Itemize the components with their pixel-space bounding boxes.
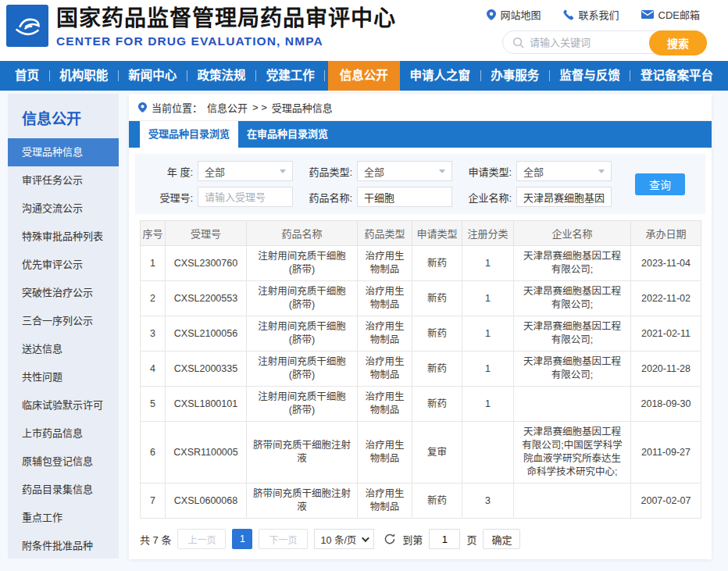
accept-no-label: 受理号: — [145, 190, 193, 205]
cell-apply-type: 新药 — [412, 316, 462, 352]
contact-link[interactable]: 联系我们 — [563, 7, 619, 22]
page-size-value: 10 条/页 — [321, 532, 357, 547]
table-header-row: 序号 受理号 药品名称 药品类型 申请类型 注册分类 企业名称 承办日期 — [141, 221, 701, 246]
col-header-drug-type: 药品类型 — [358, 221, 412, 246]
chevron-down-icon — [598, 170, 605, 173]
cell-accept-no: CXSL0600068 — [166, 484, 247, 519]
drug-name-input[interactable] — [357, 187, 452, 207]
breadcrumb-current[interactable]: 受理品种信息 — [272, 100, 333, 115]
cell-apply-type: 新药 — [412, 484, 462, 519]
prev-page-button[interactable]: 上一页 — [177, 529, 226, 549]
cell-index: 3 — [141, 316, 166, 352]
sidebar-item-clinical-trial-approval[interactable]: 临床试验默示许可 — [8, 391, 119, 419]
sidebar-item-key-work[interactable]: 重点工作 — [8, 504, 119, 532]
nav-functions[interactable]: 机构职能 — [52, 61, 115, 91]
cell-drug-name: 脐带间充质干细胞注射液 — [247, 484, 358, 519]
cell-drug-type: 治疗用生物制品 — [358, 484, 412, 519]
cell-date: 2011-09-27 — [631, 422, 701, 484]
chevron-down-icon — [439, 170, 445, 173]
cell-apply-type: 新药 — [412, 246, 462, 281]
cell-accept-no: CXSL2300760 — [166, 246, 247, 281]
nav-divider — [324, 70, 325, 81]
cell-drug-type: 治疗用生物制品 — [358, 246, 412, 281]
cde-logo[interactable] — [6, 5, 48, 47]
drug-type-select[interactable]: 全部 — [357, 161, 452, 181]
nav-services[interactable]: 办事服务 — [484, 61, 546, 91]
table-row: 2 CXSL2200553 注射用间充质干细胞(脐带) 治疗用生物制品 新药 1… — [141, 281, 701, 316]
cell-date: 2018-09-30 — [631, 387, 701, 422]
nav-divider — [118, 70, 119, 81]
sidebar-item-communication[interactable]: 沟通交流公示 — [8, 194, 119, 223]
filter-year: 年 度: 全部 — [145, 161, 293, 181]
goto-label: 到第 — [402, 532, 423, 547]
nav-policies[interactable]: 政策法规 — [191, 61, 253, 91]
sitemap-label: 网站地图 — [501, 7, 541, 22]
nav-divider — [49, 70, 50, 81]
page: 国家药品监督管理局药品审评中心 CENTER FOR DRUG EVALUATI… — [0, 0, 728, 571]
goto-page-input[interactable] — [429, 529, 460, 549]
sidebar-item-drug-catalog[interactable]: 药品目录集信息 — [8, 476, 119, 504]
sidebar-item-conditional-approval[interactable]: 附条件批准品种 — [8, 532, 119, 560]
sidebar-item-common-issues[interactable]: 共性问题 — [8, 363, 119, 391]
drug-type-label: 药品类型: — [304, 164, 352, 179]
breadcrumb-section[interactable]: 信息公开 — [207, 100, 248, 115]
page-number-1[interactable]: 1 — [232, 529, 252, 549]
cell-drug-name: 注射用间充质干细胞(脐带) — [247, 387, 358, 422]
confirm-button[interactable]: 确定 — [483, 529, 520, 549]
content-area: 信息公开 受理品种信息 审评任务公示 沟通交流公示 特殊审批品种列表 优先审评公… — [0, 91, 728, 571]
mailbox-link[interactable]: CDE邮箱 — [641, 7, 700, 22]
sidebar-item-breakthrough-therapy[interactable]: 突破性治疗公示 — [8, 279, 119, 307]
nav-home[interactable]: 首页 — [8, 61, 46, 91]
accept-no-input[interactable] — [198, 187, 293, 207]
cell-reg-class: 1 — [462, 281, 514, 316]
nav-supervision[interactable]: 监督与反馈 — [552, 61, 627, 91]
query-button[interactable]: 查询 — [635, 173, 685, 195]
sidebar-item-priority-review[interactable]: 优先审评公示 — [8, 251, 119, 279]
nav-applicant-window[interactable]: 申请人之窗 — [402, 61, 477, 91]
company-input[interactable] — [516, 187, 612, 207]
refresh-button[interactable] — [384, 533, 396, 545]
sidebar-item-excipient-registration[interactable]: 原辅包登记信息 — [8, 448, 119, 476]
mail-icon — [641, 9, 654, 20]
nav-party[interactable]: 党建工作 — [259, 61, 322, 91]
cell-index: 4 — [141, 352, 166, 387]
search-button[interactable]: 搜索 — [649, 30, 707, 55]
cell-company: 天津昂赛细胞基因工程有限公司; — [514, 281, 631, 316]
breadcrumb-label: 当前位置： — [152, 100, 202, 115]
col-header-date: 承办日期 — [631, 221, 701, 246]
filter-row-1: 年 度: 全部 药品类型: 全部 — [145, 161, 624, 181]
tab-under-review-catalog[interactable]: 在审品种目录浏览 — [238, 121, 337, 148]
sidebar-title: 信息公开 — [8, 94, 119, 138]
nav-registration-platform[interactable]: 登记备案平台 — [633, 61, 720, 91]
cell-drug-type: 治疗用生物制品 — [358, 387, 412, 422]
table-row: 7 CXSL0600068 脐带间充质干细胞注射液 治疗用生物制品 新药 3 2… — [141, 484, 701, 519]
sidebar-item-accepted-varieties[interactable]: 受理品种信息 — [8, 138, 119, 166]
apply-type-select[interactable]: 全部 — [516, 161, 612, 181]
nav-info-disclosure[interactable]: 信息公开 — [328, 61, 400, 91]
cell-company — [514, 387, 631, 422]
breadcrumb-separator: > > — [252, 102, 267, 113]
chevron-down-icon — [280, 170, 286, 173]
site-header: 国家药品监督管理局药品审评中心 CENTER FOR DRUG EVALUATI… — [0, 0, 728, 61]
cell-reg-class — [462, 422, 514, 484]
next-page-button[interactable]: 下一页 — [259, 529, 307, 549]
sidebar-item-marketed-drugs[interactable]: 上市药品信息 — [8, 419, 119, 448]
sidebar-item-special-approval[interactable]: 特殊审批品种列表 — [8, 223, 119, 251]
sitemap-link[interactable]: 网站地图 — [487, 7, 541, 22]
col-header-accept-no: 受理号 — [166, 221, 247, 246]
tab-accepted-catalog[interactable]: 受理品种目录浏览 — [140, 121, 238, 148]
nav-divider — [255, 70, 256, 81]
nav-news[interactable]: 新闻中心 — [121, 61, 184, 91]
sidebar-item-review-tasks[interactable]: 审评任务公示 — [8, 166, 119, 194]
year-select-value: 全部 — [205, 164, 225, 179]
page-size-select[interactable]: 10 条/页 — [314, 529, 375, 549]
sidebar-item-three-in-one[interactable]: 三合一序列公示 — [8, 307, 119, 335]
year-select[interactable]: 全部 — [198, 161, 293, 181]
filter-apply-type: 申请类型: 全部 — [463, 161, 612, 181]
mailbox-label: CDE邮箱 — [658, 7, 700, 22]
drug-type-select-value: 全部 — [364, 164, 384, 179]
col-header-reg-class: 注册分类 — [462, 221, 514, 246]
sidebar-item-delivery-info[interactable]: 送达信息 — [8, 335, 119, 363]
cell-apply-type: 复审 — [412, 422, 462, 484]
nav-divider — [480, 70, 481, 81]
